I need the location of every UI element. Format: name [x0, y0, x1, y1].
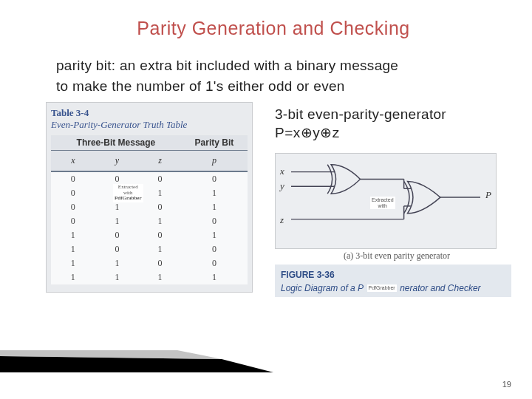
table-cell: 0 [95, 242, 140, 256]
content-row: Table 3-4 Even-Parity-Generator Truth Ta… [0, 102, 532, 297]
table-row: 0011 [51, 186, 248, 200]
watermark: Extractedwith [370, 197, 395, 209]
table-row: 0110 [51, 214, 248, 228]
table-row: 0000 [51, 171, 248, 186]
output-p-label: P [485, 189, 491, 201]
table-cell: 1 [95, 256, 140, 270]
figure-desc-suffix: nerator and Checker [400, 283, 480, 293]
table-cell: 0 [181, 242, 248, 256]
table-cell: 1 [139, 186, 181, 200]
table-row: 1001 [51, 228, 248, 242]
truth-table: Three-Bit Message Parity Bit x y z P 000… [51, 135, 248, 284]
table-cell: 0 [139, 171, 181, 186]
table-cell: 0 [51, 214, 95, 228]
table-cell: 1 [139, 270, 181, 284]
svg-marker-9 [0, 356, 273, 372]
body-text: parity bit: an extra bit included with a… [56, 55, 529, 96]
table-cell: 1 [181, 228, 248, 242]
table-cell: 1 [181, 186, 248, 200]
truth-table-area: Table 3-4 Even-Parity-Generator Truth Ta… [46, 102, 275, 297]
table-cell: 0 [139, 256, 181, 270]
truth-table-image: Table 3-4 Even-Parity-Generator Truth Ta… [46, 102, 253, 293]
table-row: 1010 [51, 242, 248, 256]
input-z-label: z [280, 214, 284, 226]
table-row: 0101 [51, 200, 248, 214]
table-caption: Even-Parity-Generator Truth Table [51, 119, 248, 131]
watermark: ExtractedwithPdfGrabber [113, 184, 143, 202]
table-cell: 0 [51, 200, 95, 214]
table-cell: 1 [139, 214, 181, 228]
input-y-label: y [280, 180, 284, 192]
table-cell: 1 [181, 270, 248, 284]
body-line-1: parity bit: an extra bit included with a… [56, 55, 529, 76]
generator-title: 3-bit even-parity-generator [275, 106, 519, 123]
col-y: y [95, 151, 140, 172]
table-cell: 0 [181, 171, 248, 186]
table-cell: 1 [51, 228, 95, 242]
table-cell: 1 [51, 256, 95, 270]
table-label: Table 3-4 [51, 107, 248, 119]
table-cell: 1 [51, 270, 95, 284]
table-cell: 1 [181, 200, 248, 214]
table-cell: 0 [95, 228, 140, 242]
watermark: PdfGrabber [367, 284, 397, 292]
figure-desc-prefix: Logic Diagram of a P [281, 283, 364, 293]
input-x-label: x [280, 166, 284, 177]
table-cell: 0 [51, 171, 95, 186]
circuit-caption: (a) 3-bit even parity generator [275, 250, 519, 262]
col-z: z [139, 151, 181, 172]
bottom-decoration [0, 350, 273, 372]
table-cell: 0 [181, 214, 248, 228]
table-cell: 0 [51, 186, 95, 200]
figure-number: FIGURE 3-36 [281, 270, 335, 280]
parity-formula: P=x⊕y⊕z [275, 124, 519, 141]
table-row: 1100 [51, 256, 248, 270]
slide-title: Parity Generation and Checking [15, 18, 532, 39]
table-cell: 1 [139, 242, 181, 256]
table-cell: 0 [181, 256, 248, 270]
table-cell: 1 [51, 242, 95, 256]
group-header-parity: Parity Bit [181, 135, 248, 151]
page-number: 19 [502, 380, 511, 389]
group-header-msg: Three-Bit Message [51, 135, 181, 151]
circuit-diagram: x y z P Extractedwith [275, 153, 497, 249]
col-x: x [51, 151, 95, 172]
table-cell: 0 [139, 228, 181, 242]
generator-area: 3-bit even-parity-generator P=x⊕y⊕z x y … [275, 102, 519, 297]
table-row: 1111 [51, 270, 248, 284]
figure-caption-strip: FIGURE 3-36 Logic Diagram of a P PdfGrab… [275, 265, 511, 297]
body-line-2: to make the number of 1's either odd or … [56, 76, 529, 97]
table-cell: 0 [139, 200, 181, 214]
col-p: P [181, 151, 248, 172]
table-cell: 1 [95, 214, 140, 228]
table-cell: 1 [95, 270, 140, 284]
